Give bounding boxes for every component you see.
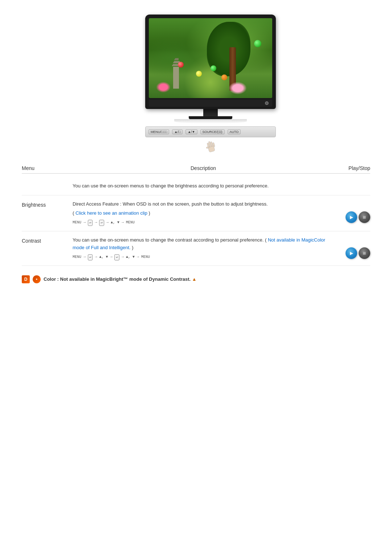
brightness-nav-sequence: MENU → ↵ → ↵ → ▲, ▼ → MENU	[73, 220, 334, 226]
monitor-neck	[203, 109, 218, 116]
play-icon: ▶	[350, 215, 353, 220]
monitor-screen	[149, 18, 272, 98]
nav-key-enter2: ↵	[99, 220, 104, 226]
table-row-brightness: Brightness Direct Access Feature : When …	[22, 195, 370, 231]
header-menu: Menu	[22, 165, 73, 171]
contrast-intro: You can use the on-screen menus to chang…	[73, 237, 264, 243]
monitor-bottom-bar	[149, 100, 272, 107]
playstop-contrast: ▶ ⏹	[334, 236, 370, 259]
source-button-label[interactable]: SOURCE/(⊡)	[200, 129, 225, 134]
nav-key-enter-c1: ↵	[88, 254, 93, 260]
lantern-green	[211, 65, 216, 71]
note-circle-inner: ●	[36, 278, 38, 281]
flowers-pink	[156, 82, 171, 93]
brightness-intro-text: You can use the on-screen menus to chang…	[73, 183, 269, 189]
paren-close: )	[147, 210, 150, 216]
menu-cell-empty1	[22, 182, 73, 184]
nav-key-enter1: ↵	[88, 220, 93, 226]
monitor-illustration: MENU/□□□ ▲/□ ▲/▼ SOURCE/(⊡) AUTO	[51, 15, 370, 154]
note-bar: D ● Color : Not available in MagicBright…	[22, 273, 370, 285]
menu-button-label[interactable]: MENU/□□□	[148, 129, 169, 134]
monitor-base	[189, 116, 232, 119]
monitor-base-shadow	[174, 119, 247, 123]
note-text: Color : Not available in MagicBright™ mo…	[44, 276, 197, 282]
brightness-button-label[interactable]: ▲/□	[172, 129, 183, 134]
note-icon-d: D	[22, 275, 30, 283]
desc-brightness-intro: You can use the on-screen menus to chang…	[73, 182, 334, 190]
lantern-yellow	[196, 71, 202, 77]
stop-icon: ⏹	[362, 215, 367, 220]
play-icon-contrast: ▶	[350, 251, 353, 256]
header-description: Description	[73, 165, 334, 171]
nav-key-enter-c2: ↵	[114, 254, 119, 260]
brightness-feature-main: Direct Access Feature : When OSD is not …	[73, 201, 268, 207]
menu-cell-contrast: Contrast	[22, 236, 73, 244]
note-text-content: Color : Not available in MagicBright™ mo…	[44, 276, 191, 282]
warning-triangle-icon: ▲	[192, 276, 197, 282]
play-button-brightness[interactable]: ▶	[346, 211, 357, 223]
lantern-green2	[254, 40, 261, 47]
desc-contrast: You can use the on-screen menus to chang…	[73, 236, 334, 260]
paren-open: (	[73, 210, 75, 216]
table-header: Menu Description Play/Stop	[22, 165, 370, 174]
content-table: Menu Description Play/Stop You can use t…	[22, 165, 370, 266]
garden-image	[149, 18, 272, 98]
desc-brightness-detail: Direct Access Feature : When OSD is not …	[73, 200, 334, 226]
lantern-red	[178, 62, 184, 68]
playstop-brightness: ▶ ⏹	[334, 200, 370, 223]
stop-icon-contrast: ⏹	[362, 251, 367, 256]
stop-button-brightness[interactable]: ⏹	[359, 211, 370, 223]
brightness-animation-link[interactable]: Click here to see an animation clip	[75, 210, 147, 216]
monitor-body	[145, 15, 276, 109]
power-indicator	[265, 101, 269, 105]
contrast-nav-sequence: MENU → ↵ → ▲, ▼ → ↵ → ▲, ▼ → MENU	[73, 254, 334, 260]
stop-button-contrast[interactable]: ⏹	[359, 247, 370, 259]
arrow-button-label[interactable]: ▲/▼	[185, 129, 197, 134]
table-row-brightness-intro: You can use the on-screen menus to chang…	[22, 177, 370, 195]
menu-cell-brightness: Brightness	[22, 200, 73, 208]
auto-button-label[interactable]: AUTO	[228, 129, 241, 134]
table-row-contrast: Contrast You can use the on-screen menus…	[22, 231, 370, 266]
note-icon-circle: ●	[33, 275, 41, 283]
brightness-feature-text: Direct Access Feature : When OSD is not …	[73, 200, 334, 208]
contrast-intro-text: You can use the on-screen menus to chang…	[73, 237, 265, 243]
lantern-orange	[221, 74, 227, 80]
paren-open-contrast: (	[265, 237, 268, 243]
flowers-light-pink	[229, 82, 247, 94]
header-playstop: Play/Stop	[334, 165, 370, 171]
hand-cursor-icon	[203, 139, 218, 154]
paren-close-contrast: )	[131, 245, 134, 250]
play-button-contrast[interactable]: ▶	[346, 247, 357, 259]
monitor-control-bar: MENU/□□□ ▲/□ ▲/▼ SOURCE/(⊡) AUTO	[145, 126, 276, 137]
brightness-link-line: ( Click here to see an animation clip )	[73, 210, 150, 216]
